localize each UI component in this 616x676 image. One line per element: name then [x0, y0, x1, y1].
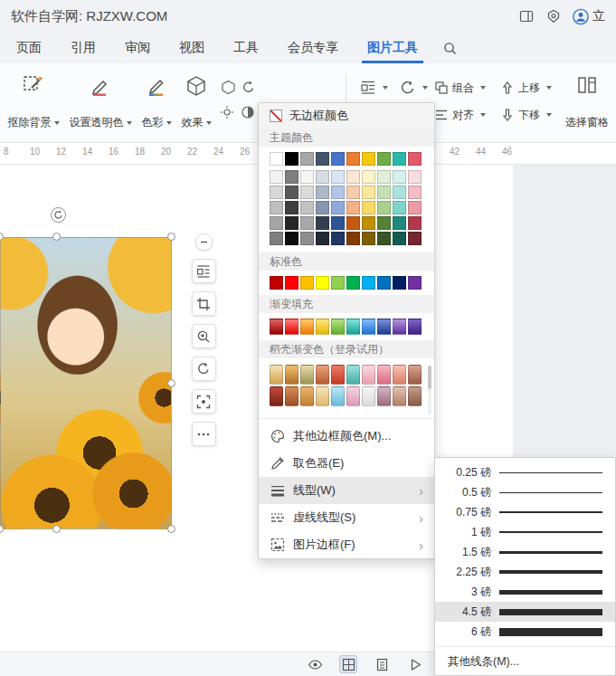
menu-item-picture-border[interactable]: 图片边框(F) › — [259, 531, 434, 558]
color-swatch[interactable] — [393, 216, 406, 230]
color-swatch[interactable] — [285, 170, 299, 184]
line-weight-item[interactable]: 1.5 磅 — [435, 542, 615, 562]
menu-item-no-border-color[interactable]: 无边框颜色 — [259, 103, 434, 129]
color-swatch[interactable] — [346, 386, 360, 406]
color-swatch[interactable] — [300, 365, 314, 385]
line-weight-item[interactable]: 6 磅 — [435, 622, 615, 642]
tab-picture-tools[interactable]: 图片工具 — [353, 33, 432, 63]
brightness-icon[interactable] — [218, 103, 236, 121]
more-options-button[interactable] — [192, 422, 216, 446]
play-icon[interactable] — [406, 655, 424, 673]
align-button[interactable]: 对齐 — [431, 104, 489, 126]
color-swatch[interactable] — [362, 276, 375, 290]
color-swatch[interactable] — [346, 232, 360, 245]
color-swatch[interactable] — [377, 152, 391, 166]
rotate-picture-button[interactable] — [192, 357, 216, 381]
selection-handle-right[interactable] — [167, 379, 175, 387]
color-swatch[interactable] — [300, 152, 314, 166]
color-swatch[interactable] — [346, 186, 360, 199]
selection-handle-top-right[interactable] — [167, 233, 175, 241]
rotate-left-icon[interactable] — [239, 78, 257, 96]
text-wrap-button[interactable] — [356, 77, 392, 99]
color-swatch[interactable] — [316, 232, 329, 245]
color-swatch[interactable] — [285, 201, 299, 214]
line-weight-item[interactable]: 4.5 磅 — [435, 602, 615, 622]
color-swatch[interactable] — [316, 186, 329, 199]
user-account[interactable]: 立 — [573, 8, 605, 24]
move-down-button[interactable]: 下移 — [497, 104, 555, 126]
color-swatch[interactable] — [285, 152, 299, 166]
search-icon[interactable] — [432, 33, 468, 63]
color-swatch[interactable] — [316, 276, 329, 290]
document-image[interactable] — [0, 237, 172, 529]
selection-handle-bottom-right[interactable] — [167, 525, 175, 533]
color-swatch[interactable] — [270, 152, 283, 166]
shape-3d-icon[interactable] — [219, 78, 237, 96]
color-swatch[interactable] — [377, 216, 391, 230]
color-swatch[interactable] — [316, 216, 329, 230]
color-swatch[interactable] — [285, 186, 299, 199]
color-swatch[interactable] — [316, 319, 329, 335]
color-swatch[interactable] — [285, 365, 299, 385]
color-swatch[interactable] — [393, 170, 406, 184]
color-swatch[interactable] — [377, 319, 391, 335]
seal-icon[interactable] — [545, 8, 562, 24]
color-swatch[interactable] — [270, 365, 283, 385]
color-swatch[interactable] — [331, 152, 345, 166]
color-swatch[interactable] — [346, 319, 360, 335]
color-swatch[interactable] — [408, 386, 422, 406]
color-swatch[interactable] — [316, 152, 329, 166]
color-swatch[interactable] — [408, 152, 422, 166]
color-swatch[interactable] — [316, 170, 329, 184]
color-swatch[interactable] — [408, 201, 422, 214]
color-swatch[interactable] — [362, 170, 375, 184]
color-swatch[interactable] — [270, 201, 283, 214]
color-swatch[interactable] — [377, 170, 391, 184]
color-swatch[interactable] — [408, 276, 422, 290]
color-swatch[interactable] — [300, 170, 314, 184]
zoom-button[interactable] — [192, 324, 216, 348]
color-swatch[interactable] — [331, 186, 345, 199]
color-swatch[interactable] — [393, 276, 406, 290]
grid-view-icon[interactable] — [339, 655, 357, 673]
eye-icon[interactable] — [306, 655, 324, 673]
color-swatch[interactable] — [300, 276, 314, 290]
color-swatch[interactable] — [331, 365, 345, 385]
color-swatch[interactable] — [346, 365, 360, 385]
tab-member[interactable]: 会员专享 — [273, 33, 353, 63]
color-swatch[interactable] — [346, 170, 360, 184]
color-swatch[interactable] — [393, 319, 406, 335]
color-swatch[interactable] — [362, 386, 375, 406]
rotate-handle-icon[interactable] — [51, 207, 66, 223]
move-up-button[interactable]: 上移 — [497, 77, 555, 99]
color-swatch[interactable] — [270, 170, 283, 184]
group-button[interactable]: 组合 — [431, 77, 489, 99]
line-weight-item[interactable]: 0.25 磅 — [435, 462, 615, 482]
color-swatch[interactable] — [331, 216, 345, 230]
color-swatch[interactable] — [270, 186, 283, 199]
color-swatch[interactable] — [362, 216, 375, 230]
selection-handle-top[interactable] — [52, 233, 61, 241]
color-swatch[interactable] — [316, 201, 329, 214]
line-weight-item[interactable]: 0.75 磅 — [435, 502, 615, 522]
color-swatch[interactable] — [285, 216, 299, 230]
selection-handle-bottom[interactable] — [52, 525, 61, 533]
color-swatch[interactable] — [285, 386, 299, 406]
remove-background-button[interactable]: 抠除背景 — [4, 69, 63, 136]
color-swatch[interactable] — [300, 216, 314, 230]
tab-review[interactable]: 审阅 — [110, 33, 165, 63]
color-swatch[interactable] — [331, 319, 345, 335]
color-swatch[interactable] — [331, 386, 345, 406]
color-swatch[interactable] — [362, 186, 375, 199]
tab-tools[interactable]: 工具 — [219, 33, 273, 63]
color-swatch[interactable] — [346, 201, 360, 214]
color-swatch[interactable] — [285, 232, 299, 245]
color-swatch[interactable] — [300, 386, 314, 406]
preview-button[interactable] — [192, 389, 216, 414]
color-swatch[interactable] — [408, 319, 422, 335]
color-swatch[interactable] — [346, 276, 360, 290]
color-swatch[interactable] — [362, 319, 375, 335]
color-swatch[interactable] — [316, 365, 329, 385]
selection-pane-button[interactable]: 选择窗格 — [561, 69, 613, 136]
color-swatch[interactable] — [377, 186, 391, 199]
